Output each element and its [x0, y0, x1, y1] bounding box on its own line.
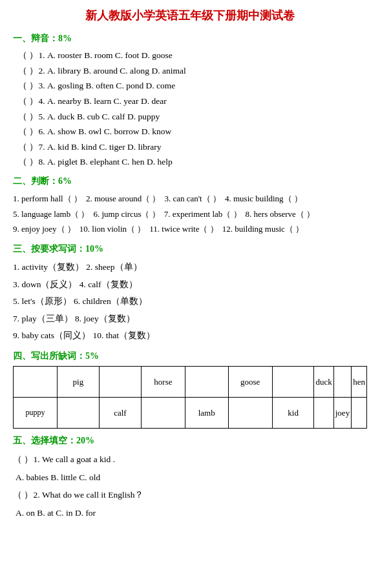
page-title: 新人教版小学英语五年级下册期中测试卷 — [13, 6, 367, 25]
judge-item: 12. building music（ ） — [222, 221, 304, 236]
table-cell: horse — [142, 367, 185, 398]
judge-item: 9. enjoy joey（ ） — [13, 221, 76, 236]
section4-title: 四、写出所缺词：5% — [13, 349, 367, 363]
table-cell — [57, 398, 99, 429]
judge-item: 10. lion violin（ ） — [79, 221, 146, 236]
list-item: A. on B. at C. in D. for — [13, 505, 367, 522]
vocab-table: pig horse goose duck hen puppy calf lamb… — [13, 366, 367, 429]
list-item: 3. down（反义） 4. calf（复数） — [13, 276, 367, 293]
table-cell: duck — [314, 367, 333, 398]
table-cell: kid — [272, 398, 314, 429]
judge-item: 3. can can't（ ） — [164, 191, 221, 206]
list-item: A. babies B. little C. old — [13, 469, 367, 486]
section2-title: 二、判断：6% — [13, 174, 367, 188]
list-item: （ ）1. A. rooster B. room C. foot D. goos… — [13, 48, 367, 63]
judge-item: 7. experiment lab（ ） — [164, 207, 242, 221]
list-item: （ ）1. We call a goat a kid . — [13, 451, 367, 468]
table-cell — [99, 367, 141, 398]
table-cell: calf — [99, 398, 141, 429]
list-item: 7. play（三单） 8. joey（复数） — [13, 310, 367, 327]
table-cell — [14, 367, 58, 398]
judge-item: 11. twice write（ ） — [149, 221, 218, 236]
table-cell — [314, 398, 333, 429]
table-cell — [333, 367, 351, 398]
judge-item: 8. hers observe（ ） — [246, 207, 315, 221]
table-cell: puppy — [14, 398, 58, 429]
list-item: （ ）2. What do we call it English？ — [13, 487, 367, 503]
table-cell — [142, 398, 185, 429]
list-item: （ ）8. A. piglet B. elephant C. hen D. he… — [13, 155, 367, 169]
table-cell — [272, 367, 314, 398]
list-item: 1. activity（复数） 2. sheep（单） — [13, 259, 367, 276]
table-cell — [352, 398, 367, 429]
list-item: （ ）2. A. library B. around C. along D. a… — [13, 64, 367, 78]
table-row: pig horse goose duck hen — [14, 367, 367, 398]
list-item: 5. let's（原形） 6. children（单数） — [13, 293, 367, 310]
table-cell — [228, 398, 272, 429]
judge-row2: 5. language lamb（ ） 6. jump circus（ ） 7.… — [13, 207, 367, 221]
section5-content: （ ）1. We call a goat a kid . A. babies B… — [13, 451, 367, 522]
judge-row1: 1. perform hall（ ） 2. mouse around（ ） 3.… — [13, 191, 367, 206]
table-cell — [185, 367, 228, 398]
judge-item: 6. jump circus（ ） — [93, 207, 160, 221]
section3-title: 三、按要求写词：10% — [13, 242, 367, 256]
judge-item: 1. perform hall（ ） — [13, 191, 82, 206]
list-item: （ ）3. A. gosling B. often C. pond D. com… — [13, 79, 367, 93]
table-cell: pig — [57, 367, 99, 398]
section3-content: 1. activity（复数） 2. sheep（单） 3. down（反义） … — [13, 259, 367, 344]
section1-title: 一、辩音：8% — [13, 32, 367, 46]
judge-row3: 9. enjoy joey（ ） 10. lion violin（ ） 11. … — [13, 221, 367, 236]
judge-item: 2. mouse around（ ） — [86, 191, 161, 206]
table-cell: joey — [333, 398, 351, 429]
judge-item: 5. language lamb（ ） — [13, 207, 89, 221]
section5-title: 五、选择填空：20% — [13, 434, 367, 448]
table-row: puppy calf lamb kid joey — [14, 398, 367, 429]
list-item: （ ）7. A. kid B. kind C. tiger D. library — [13, 140, 367, 154]
list-item: （ ）5. A. duck B. cub C. calf D. puppy — [13, 110, 367, 124]
judge-item: 4. music building（ ） — [225, 191, 302, 206]
list-item: 9. baby cats（同义） 10. that（复数） — [13, 327, 367, 344]
list-item: （ ）4. A. nearby B. learn C. year D. dear — [13, 94, 367, 108]
table-cell: hen — [352, 367, 367, 398]
table-cell: goose — [228, 367, 272, 398]
section2-content: 1. perform hall（ ） 2. mouse around（ ） 3.… — [13, 191, 367, 236]
section1-items: （ ）1. A. rooster B. room C. foot D. goos… — [13, 48, 367, 169]
list-item: （ ）6. A. show B. owl C. borrow D. know — [13, 125, 367, 139]
table-cell: lamb — [185, 398, 228, 429]
